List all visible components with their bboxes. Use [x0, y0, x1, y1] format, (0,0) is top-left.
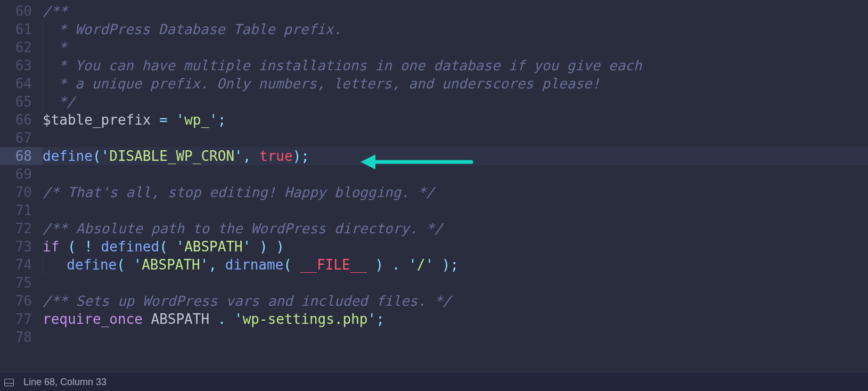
line-number[interactable]: 73: [0, 238, 43, 256]
line-number[interactable]: 66: [0, 111, 43, 129]
token: ': [234, 148, 243, 164]
token: wp_: [184, 112, 209, 128]
line-number[interactable]: 62: [0, 38, 43, 56]
code-line[interactable]: 62 *: [0, 38, 868, 56]
code-content[interactable]: /** Absolute path to the WordPress direc…: [43, 219, 868, 238]
token: !: [84, 239, 93, 255]
code-line[interactable]: 70/* That's all, stop editing! Happy blo…: [0, 183, 868, 201]
code-line[interactable]: 63 * You can have multiple installations…: [0, 56, 868, 75]
panel-toggle-icon[interactable]: [4, 379, 14, 386]
code-line[interactable]: 60/**: [0, 2, 868, 20]
token: ': [209, 112, 218, 128]
code-line[interactable]: 77require_once ABSPATH . 'wp-settings.ph…: [0, 310, 868, 328]
token: ;: [450, 257, 458, 273]
token: [367, 257, 375, 273]
code-line[interactable]: 76/** Sets up WordPress vars and include…: [0, 292, 868, 310]
code-content[interactable]: define('DISABLE_WP_CRON', true);: [43, 147, 868, 165]
token: ,: [208, 257, 217, 273]
line-number[interactable]: 69: [0, 165, 43, 183]
code-line[interactable]: 75: [0, 274, 868, 292]
token: (: [159, 239, 168, 255]
token: [251, 148, 259, 164]
token: *: [50, 39, 67, 55]
token: [168, 112, 176, 128]
token: [143, 311, 151, 327]
code-line[interactable]: 66$table_prefix = 'wp_';: [0, 111, 868, 129]
token: [226, 311, 234, 327]
line-number[interactable]: 60: [0, 2, 43, 20]
code-line[interactable]: 61 * WordPress Database Table prefix.: [0, 20, 868, 38]
token: ): [442, 257, 451, 273]
code-line[interactable]: 65 */: [0, 93, 868, 111]
line-number[interactable]: 71: [0, 201, 43, 219]
indent-guide: [43, 75, 50, 93]
code-area[interactable]: 60/**61 * WordPress Database Table prefi…: [0, 0, 868, 373]
token: define: [67, 257, 117, 273]
token: [50, 257, 67, 273]
line-number[interactable]: 72: [0, 219, 43, 238]
token: define: [43, 148, 93, 164]
code-content[interactable]: $table_prefix = 'wp_';: [43, 111, 868, 129]
code-line[interactable]: 74 define( 'ABSPATH', dirname( __FILE__ …: [0, 256, 868, 274]
line-number[interactable]: 78: [0, 328, 43, 346]
line-number[interactable]: 65: [0, 93, 43, 111]
code-line[interactable]: 73if ( ! defined( 'ABSPATH' ) ): [0, 238, 868, 256]
token: (: [117, 257, 125, 273]
token: [151, 112, 160, 128]
code-line[interactable]: 69: [0, 165, 868, 183]
line-number[interactable]: 75: [0, 274, 43, 292]
code-content[interactable]: * You can have multiple installations in…: [43, 56, 868, 75]
line-number[interactable]: 61: [0, 20, 43, 38]
token: .: [392, 257, 400, 273]
token: ): [259, 239, 268, 255]
code-content[interactable]: * WordPress Database Table prefix.: [43, 20, 868, 38]
code-line[interactable]: 72/** Absolute path to the WordPress dir…: [0, 219, 868, 238]
line-number[interactable]: 70: [0, 183, 43, 201]
token: [76, 239, 85, 255]
code-content[interactable]: /** Sets up WordPress vars and included …: [43, 292, 868, 310]
token: (: [283, 257, 292, 273]
line-number[interactable]: 63: [0, 56, 43, 75]
token: [59, 239, 68, 255]
code-line[interactable]: 68define('DISABLE_WP_CRON', true);: [0, 147, 868, 165]
token: ABSPATH: [151, 311, 210, 327]
token: defined: [101, 239, 160, 255]
line-number[interactable]: 74: [0, 256, 43, 274]
token: (: [93, 148, 101, 164]
code-content[interactable]: /**: [43, 2, 868, 20]
token: ,: [243, 148, 251, 164]
token: .: [218, 311, 226, 327]
token: =: [159, 112, 168, 128]
code-line[interactable]: 64 * a unique prefix. Only numbers, lett…: [0, 75, 868, 93]
code-content[interactable]: */: [43, 93, 868, 111]
token: [93, 239, 101, 255]
indent-guide: [43, 20, 50, 38]
token: dirname: [225, 257, 284, 273]
line-number[interactable]: 68: [0, 147, 43, 165]
token: /** Absolute path to the WordPress direc…: [43, 221, 443, 237]
line-number[interactable]: 76: [0, 292, 43, 310]
token: [217, 257, 225, 273]
code-line[interactable]: 71: [0, 201, 868, 219]
code-content[interactable]: *: [43, 38, 868, 56]
token: [209, 311, 218, 327]
line-number[interactable]: 64: [0, 75, 43, 93]
code-content[interactable]: if ( ! defined( 'ABSPATH' ) ): [43, 238, 868, 256]
token: [292, 257, 300, 273]
token: ABSPATH: [142, 257, 200, 273]
code-content[interactable]: require_once ABSPATH . 'wp-settings.php'…: [43, 310, 868, 328]
token: ': [243, 239, 251, 255]
code-content[interactable]: /* That's all, stop editing! Happy blogg…: [43, 183, 868, 201]
code-line[interactable]: 78: [0, 328, 868, 346]
code-content[interactable]: define( 'ABSPATH', dirname( __FILE__ ) .…: [43, 256, 868, 274]
line-number[interactable]: 67: [0, 129, 43, 147]
token: ;: [301, 148, 309, 164]
token: $table_prefix: [43, 112, 151, 128]
code-line[interactable]: 67: [0, 129, 868, 147]
indent-guide: [43, 56, 50, 75]
indent-guide: [43, 93, 50, 111]
cursor-position: Line 68, Column 33: [23, 377, 107, 388]
token: ): [276, 239, 284, 255]
line-number[interactable]: 77: [0, 310, 43, 328]
code-content[interactable]: * a unique prefix. Only numbers, letters…: [43, 75, 868, 93]
